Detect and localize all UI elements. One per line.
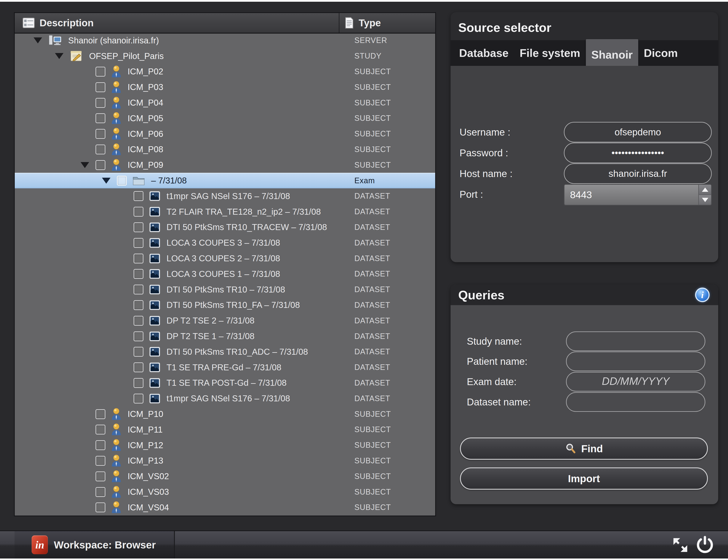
row-checkbox[interactable] bbox=[117, 176, 127, 186]
row-checkbox[interactable] bbox=[134, 316, 143, 326]
row-checkbox[interactable] bbox=[96, 425, 105, 434]
tree-row[interactable]: LOCA 3 COUPES 2 – 7/31/08DATASET bbox=[15, 251, 435, 266]
tree-header: Description Type bbox=[15, 13, 435, 34]
fullscreen-toggle-icon[interactable] bbox=[671, 536, 690, 554]
tab-dicom[interactable]: Dicom bbox=[638, 40, 683, 66]
tree-row[interactable]: DTI 50 PtkSms TR10 – 7/31/08DATASET bbox=[15, 282, 435, 297]
row-checkbox[interactable] bbox=[134, 254, 143, 263]
row-checkbox[interactable] bbox=[134, 362, 143, 372]
row-checkbox[interactable] bbox=[96, 440, 105, 450]
tree-row[interactable]: ICM_P13SUBJECT bbox=[15, 453, 435, 469]
study-name-field[interactable] bbox=[566, 331, 705, 351]
tree-row[interactable]: ICM_P10SUBJECT bbox=[15, 406, 435, 422]
row-checkbox[interactable] bbox=[96, 129, 105, 139]
row-checkbox[interactable] bbox=[96, 487, 105, 497]
spin-up-button[interactable] bbox=[699, 185, 711, 195]
tree-row[interactable]: ICM_P09SUBJECT bbox=[15, 157, 435, 173]
row-checkbox[interactable] bbox=[96, 67, 105, 77]
row-checkbox[interactable] bbox=[96, 145, 105, 154]
tree-row[interactable]: ICM_VS02SUBJECT bbox=[15, 468, 435, 484]
row-checkbox[interactable] bbox=[134, 378, 143, 388]
subject-icon bbox=[111, 65, 122, 78]
row-checkbox[interactable] bbox=[96, 409, 105, 419]
row-checkbox[interactable] bbox=[96, 113, 105, 123]
app-logo: in bbox=[32, 535, 48, 554]
row-checkbox[interactable] bbox=[96, 456, 105, 466]
column-header-type[interactable]: Type bbox=[339, 13, 435, 33]
tree-row[interactable]: OFSEP_Pilot_ParisSTUDY bbox=[15, 48, 435, 64]
tab-database[interactable]: Database bbox=[453, 40, 514, 66]
column-header-description[interactable]: Description bbox=[15, 13, 339, 33]
row-checkbox[interactable] bbox=[134, 285, 143, 294]
subject-icon bbox=[111, 485, 122, 499]
source-tabs: Database File system Shanoir Dicom bbox=[450, 40, 718, 66]
tree-row[interactable]: Shanoir (shanoir.irisa.fr)SERVER bbox=[15, 33, 435, 48]
tree-row[interactable]: ICM_VS03SUBJECT bbox=[15, 484, 435, 500]
subject-icon bbox=[111, 423, 122, 436]
row-checkbox[interactable] bbox=[96, 98, 105, 108]
row-checkbox[interactable] bbox=[134, 347, 143, 357]
tree-row[interactable]: T2 FLAIR TRA_TE128_n2_ip2 – 7/31/08DATAS… bbox=[15, 204, 435, 220]
tree-row[interactable]: DP T2 TSE 1 – 7/31/08DATASET bbox=[15, 328, 435, 344]
power-button-icon[interactable] bbox=[695, 535, 715, 555]
expand-arrow-icon[interactable] bbox=[34, 37, 42, 43]
find-button[interactable]: Find bbox=[460, 437, 708, 460]
row-type: DATASET bbox=[355, 282, 390, 297]
row-checkbox[interactable] bbox=[134, 300, 143, 310]
tree-row[interactable]: ICM_P08SUBJECT bbox=[15, 142, 435, 157]
tree-row[interactable]: DTI 50 PtkSms TR10_TRACEW – 7/31/08DATAS… bbox=[15, 220, 435, 235]
dataset-icon bbox=[149, 269, 161, 279]
info-icon[interactable]: i bbox=[695, 288, 710, 302]
server-icon bbox=[49, 34, 62, 46]
row-type: DATASET bbox=[355, 375, 390, 391]
tree-row[interactable]: LOCA 3 COUPES 3 – 7/31/08DATASET bbox=[15, 235, 435, 251]
tree-row[interactable]: ICM_P02SUBJECT bbox=[15, 64, 435, 80]
tree-row[interactable]: ICM_VS04SUBJECT bbox=[15, 500, 435, 515]
tree-row[interactable]: ICM_P11SUBJECT bbox=[15, 422, 435, 437]
expand-arrow-icon[interactable] bbox=[81, 162, 89, 168]
import-button[interactable]: Import bbox=[460, 467, 708, 490]
expand-arrow-icon[interactable] bbox=[102, 178, 111, 184]
tree-row[interactable]: – 7/31/08Exam bbox=[15, 173, 435, 188]
dataset-icon bbox=[149, 238, 161, 248]
username-field[interactable] bbox=[564, 122, 712, 142]
host-name-field[interactable] bbox=[564, 163, 712, 184]
row-checkbox[interactable] bbox=[134, 331, 143, 341]
spin-down-button[interactable] bbox=[699, 195, 711, 205]
tree-row[interactable]: ICM_P04SUBJECT bbox=[15, 95, 435, 111]
row-label: DTI 50 PtkSms TR10_FA – 7/31/08 bbox=[167, 300, 300, 310]
row-checkbox[interactable] bbox=[96, 471, 105, 481]
row-label: LOCA 3 COUPES 1 – 7/31/08 bbox=[167, 269, 280, 279]
tree-row[interactable]: T1 SE TRA PRE-Gd – 7/31/08DATASET bbox=[15, 360, 435, 375]
row-checkbox[interactable] bbox=[134, 191, 143, 201]
row-type: DATASET bbox=[355, 235, 390, 251]
tree-row[interactable]: DTI 50 PtkSms TR10_FA – 7/31/08DATASET bbox=[15, 297, 435, 313]
row-checkbox[interactable] bbox=[134, 238, 143, 248]
port-label: Port : bbox=[459, 184, 483, 205]
dataset-name-field[interactable] bbox=[566, 392, 705, 412]
row-checkbox[interactable] bbox=[134, 394, 143, 403]
row-checkbox[interactable] bbox=[96, 82, 105, 92]
tree-row[interactable]: LOCA 3 COUPES 1 – 7/31/08DATASET bbox=[15, 266, 435, 282]
patient-name-field[interactable] bbox=[566, 352, 705, 371]
tree-row[interactable]: ICM_P03SUBJECT bbox=[15, 79, 435, 95]
row-checkbox[interactable] bbox=[96, 160, 105, 170]
tree-row[interactable]: ICM_P05SUBJECT bbox=[15, 111, 435, 126]
tree-row[interactable]: DTI 50 PtkSms TR10_ADC – 7/31/08DATASET bbox=[15, 344, 435, 360]
tree-row[interactable]: ICM_P12SUBJECT bbox=[15, 437, 435, 453]
row-checkbox[interactable] bbox=[96, 502, 105, 512]
exam-date-field[interactable] bbox=[566, 372, 705, 392]
tree-row[interactable]: ICM_P06SUBJECT bbox=[15, 126, 435, 142]
tree-row[interactable]: t1mpr SAG NSel S176 – 7/31/08DATASET bbox=[15, 188, 435, 204]
password-field[interactable] bbox=[564, 143, 712, 163]
expand-arrow-icon[interactable] bbox=[55, 53, 64, 59]
tree-row[interactable]: t1mpr SAG NSel S176 – 7/31/08DATASET bbox=[15, 391, 435, 406]
tab-file-system[interactable]: File system bbox=[514, 40, 586, 66]
tree-row[interactable]: DP T2 TSE 2 – 7/31/08DATASET bbox=[15, 313, 435, 328]
tree-row[interactable]: T1 SE TRA POST-Gd – 7/31/08DATASET bbox=[15, 375, 435, 391]
row-type: SUBJECT bbox=[355, 126, 391, 142]
port-field[interactable] bbox=[564, 185, 698, 205]
row-checkbox[interactable] bbox=[134, 207, 143, 217]
row-checkbox[interactable] bbox=[134, 222, 143, 232]
row-checkbox[interactable] bbox=[134, 269, 143, 279]
